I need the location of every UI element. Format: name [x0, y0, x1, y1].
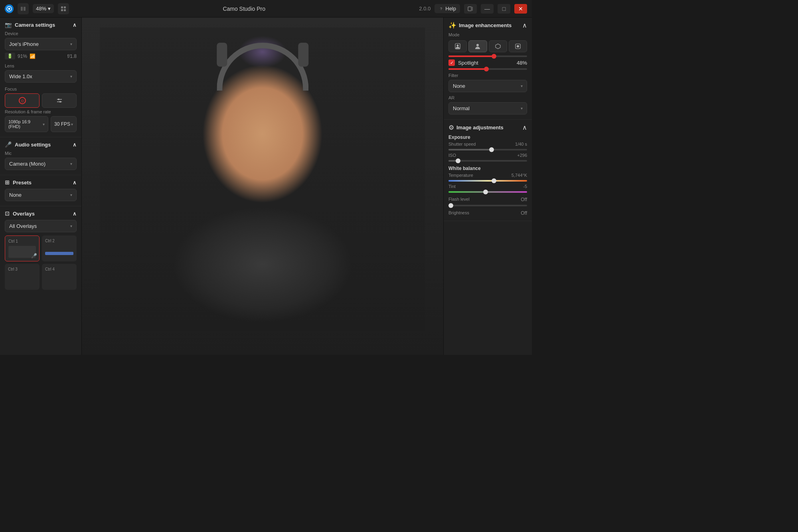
resolution-dropdown[interactable]: 1080p 16:9 (FHD) ▾ — [5, 116, 48, 132]
overlay-cam-icon-1: 🎤 — [31, 253, 37, 259]
titlebar-left: 48% ▾ — [5, 3, 69, 14]
flash-slider-thumb[interactable] — [448, 203, 453, 208]
shutter-slider[interactable] — [448, 149, 527, 150]
sidebar-toggle-button[interactable] — [18, 3, 29, 14]
layout-icon-button[interactable] — [58, 3, 69, 14]
spotlight-checkbox[interactable]: ✓ — [448, 59, 455, 66]
lens-dropdown-chevron: ▾ — [70, 74, 72, 79]
sidebar-toggle-right-button[interactable] — [464, 4, 477, 14]
svg-rect-7 — [64, 9, 66, 11]
minimize-button[interactable]: — — [481, 4, 494, 14]
adjustments-icon: ⚙ — [448, 124, 454, 131]
device-dropdown[interactable]: Joe's iPhone ▾ — [5, 38, 77, 50]
zoom-dropdown[interactable]: 48% ▾ — [33, 4, 54, 13]
iso-slider[interactable] — [448, 160, 527, 162]
mode-slider-thumb[interactable] — [492, 54, 496, 59]
overlay-cell-3[interactable]: Ctrl 3 — [5, 264, 40, 290]
camera-settings-label: Camera settings — [15, 22, 55, 28]
presets-collapse-icon[interactable]: ∧ — [73, 180, 77, 186]
temp-slider[interactable] — [448, 180, 527, 182]
help-button[interactable]: ? Help — [435, 4, 460, 13]
iso-row: ISO +296 — [448, 153, 527, 158]
focus-auto-button[interactable] — [5, 93, 40, 108]
iso-value: +296 — [517, 153, 527, 158]
image-enhancements-section: ✨ Image enhancements ∧ Mode — [444, 18, 532, 120]
mic-dropdown-chevron: ▾ — [70, 162, 72, 166]
overlays-dropdown[interactable]: All Overlays ▾ — [5, 220, 77, 232]
presets-header-left: ⊞ Presets — [5, 179, 32, 186]
flash-slider[interactable] — [448, 205, 527, 206]
ar-dropdown[interactable]: Normal ▾ — [448, 102, 527, 115]
mode-slider-row — [448, 55, 527, 57]
shutter-slider-thumb[interactable] — [489, 147, 494, 152]
device-name: Joe's iPhone — [9, 41, 39, 47]
temp-slider-thumb[interactable] — [492, 178, 496, 183]
spotlight-value: 48% — [517, 60, 527, 66]
overlay-cell-1[interactable]: Ctrl 1 🎤 — [5, 235, 40, 261]
overlays-label: Overlays — [13, 211, 35, 217]
audio-settings-header: 🎤 Audio settings ∧ — [0, 137, 81, 151]
audio-settings-collapse-icon[interactable]: ∧ — [73, 142, 77, 148]
svg-point-20 — [517, 45, 519, 47]
close-button[interactable]: ✕ — [514, 4, 527, 14]
battery-level: 91% — [18, 53, 27, 59]
spotlight-slider[interactable] — [448, 68, 527, 70]
overlay-cell-2[interactable]: Ctrl 2 — [42, 235, 77, 261]
svg-point-15 — [59, 101, 61, 103]
overlay-cell-4[interactable]: Ctrl 4 — [42, 264, 77, 290]
device-label: Device — [5, 31, 77, 36]
svg-point-14 — [58, 99, 59, 100]
spotlight-slider-thumb[interactable] — [484, 67, 489, 71]
filter-value: None — [453, 83, 465, 89]
svg-text:?: ? — [440, 7, 442, 11]
focus-manual-button[interactable] — [42, 93, 77, 108]
mode-btn-person[interactable] — [448, 40, 467, 52]
camera-settings-collapse-icon[interactable]: ∧ — [73, 22, 77, 28]
fps-dropdown[interactable]: 30 FPS ▾ — [51, 116, 77, 132]
mic-dropdown[interactable]: Camera (Mono) ▾ — [5, 158, 77, 170]
mode-btn-other[interactable] — [509, 40, 527, 52]
svg-rect-5 — [64, 6, 66, 8]
mode-slider-fill — [448, 55, 494, 57]
mode-slider[interactable] — [448, 55, 527, 57]
focus-auto-icon — [19, 97, 26, 104]
mic-value: Camera (Mono) — [9, 161, 45, 167]
presets-header: ⊞ Presets ∧ — [0, 175, 81, 189]
main-layout: 📷 Camera settings ∧ Device Joe's iPhone … — [0, 18, 532, 355]
lens-dropdown[interactable]: Wide 1.0x ▾ — [5, 70, 77, 83]
camera-icon: 📷 — [5, 22, 12, 28]
overlay-label-2: Ctrl 2 — [45, 239, 73, 243]
mode-btn-portrait[interactable] — [468, 40, 487, 52]
svg-rect-2 — [21, 7, 23, 11]
overlays-dropdown-chevron: ▾ — [70, 224, 72, 228]
overlays-icon: ⊡ — [5, 210, 10, 217]
mode-btn-studio[interactable] — [489, 40, 507, 52]
fstop-value: f/1.8 — [67, 53, 77, 59]
headphones-right — [298, 43, 308, 67]
device-info: 🔋 91% 📶 f/1.8 — [5, 53, 77, 59]
wifi-icon: 📶 — [30, 53, 36, 59]
spotlight-slider-row — [448, 68, 527, 70]
brightness-label: Brightness — [448, 210, 469, 216]
tint-slider-thumb[interactable] — [483, 190, 488, 194]
video-preview — [82, 18, 443, 355]
flash-row: Flash level Off — [448, 197, 527, 202]
filter-label: Filter — [448, 73, 527, 78]
focus-buttons — [5, 93, 77, 108]
mode-studio-icon — [495, 43, 501, 49]
presets-dropdown[interactable]: None ▾ — [5, 189, 77, 201]
maximize-button[interactable]: □ — [498, 4, 510, 14]
shutter-row: Shutter speed 1/40 s — [448, 142, 527, 146]
image-adjustments-collapse[interactable]: ∧ — [522, 124, 527, 131]
tint-label: Tint — [448, 184, 456, 189]
iso-slider-thumb[interactable] — [456, 158, 460, 163]
fps-chevron: ▾ — [71, 122, 73, 127]
audio-settings-header-left: 🎤 Audio settings — [5, 141, 51, 148]
temp-slider-row — [448, 180, 527, 182]
tint-slider[interactable] — [448, 191, 527, 193]
overlays-collapse-icon[interactable]: ∧ — [73, 211, 77, 217]
presets-value: None — [9, 192, 22, 198]
filter-dropdown[interactable]: None ▾ — [448, 80, 527, 92]
brightness-value: Off — [521, 210, 527, 216]
image-enhancements-collapse[interactable]: ∧ — [522, 22, 527, 29]
